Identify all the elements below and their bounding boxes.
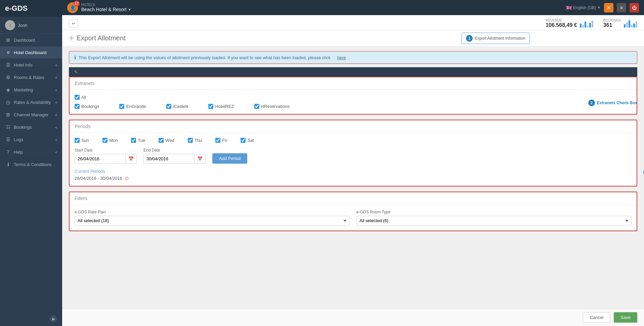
periods-header: Periods xyxy=(70,120,637,133)
extranet-checkbox-hotelrez[interactable] xyxy=(208,104,213,109)
annotation-label-1: Export Allotment Information xyxy=(475,36,525,41)
day-checkbox-mon[interactable] xyxy=(102,138,108,143)
room-type-label: e-GDS Room Type xyxy=(356,210,632,214)
extranets-section: Extranets All Bookings xyxy=(69,77,637,115)
sidebar-item-label: Rates & Availability xyxy=(14,100,51,105)
extranets-header: Extranets xyxy=(70,77,637,90)
alert-text: This Export Allotment will be using the … xyxy=(79,55,331,60)
language-selector[interactable]: 🇬🇧 English (GB) ▼ xyxy=(566,5,601,10)
marketing-icon: ◈ xyxy=(5,87,11,92)
extranets-items-row: Bookings EnGrande iCastelli HotelRE xyxy=(75,104,632,109)
chart-bar xyxy=(587,26,589,28)
chart-bar xyxy=(589,23,591,28)
sidebar-item-rooms-rates[interactable]: ⚙ Rooms & Rates ◀ xyxy=(0,71,62,84)
rate-plan-select[interactable]: All selected (18) xyxy=(75,216,350,226)
bookings-icon: ☷ xyxy=(5,124,11,130)
content-wrapper: ✛ Export Allotment 1 Export Allotment In… xyxy=(62,30,644,309)
dates-row: Start Date 📅 End Date 📅 xyxy=(75,148,632,164)
extranet-label-icastelli: iCastelli xyxy=(173,104,188,109)
sidebar-item-marketing[interactable]: ◈ Marketing ◀ xyxy=(0,84,62,96)
end-date-input[interactable] xyxy=(144,154,194,163)
sidebar-item-help[interactable]: ? Help ◀ xyxy=(0,146,62,158)
extranets-all-group: All xyxy=(75,95,632,100)
add-period-button[interactable]: Add Period xyxy=(212,153,247,164)
period-remove-button[interactable]: ⊙ xyxy=(125,175,129,181)
periods-section: Periods Sun Mon Tue xyxy=(69,120,637,187)
hotel-name[interactable]: Beach Hotel & Resort ▼ xyxy=(81,7,131,12)
day-checkbox-sun[interactable] xyxy=(75,138,80,143)
day-tue: Tue xyxy=(131,138,145,143)
dashboard-icon: ⊞ xyxy=(5,37,11,43)
page-title-row: ✛ Export Allotment xyxy=(62,30,644,46)
day-mon: Mon xyxy=(102,138,118,143)
flag-icon: 🇬🇧 xyxy=(566,5,572,10)
room-type-select[interactable]: All selected (6) xyxy=(356,216,632,226)
sidebar-item-hotel-dashboard[interactable]: ≡ Hotel Dashboard xyxy=(0,46,62,59)
sidebar-item-channel-manager[interactable]: ⊞ Channel Manager ◀ xyxy=(0,109,62,121)
sidebar-item-rates-availability[interactable]: ◷ Rates & Availability ◀ xyxy=(0,96,62,109)
end-date-label: End Date xyxy=(143,148,206,153)
bookings-chart xyxy=(624,19,637,28)
drag-icon: ✛ xyxy=(69,35,74,42)
sidebar-item-bookings[interactable]: ☷ Bookings ◀ xyxy=(0,121,62,133)
day-checkbox-fri[interactable] xyxy=(215,138,220,143)
avatar: J xyxy=(5,20,15,30)
chevron-icon: ◀ xyxy=(54,150,57,154)
channel-icon: ⊞ xyxy=(5,112,11,117)
edit-icon[interactable]: ✎ xyxy=(74,69,78,75)
extranet-item-icastelli: iCastelli xyxy=(166,104,188,109)
terms-icon: ℹ xyxy=(5,162,11,167)
day-checkbox-wed[interactable] xyxy=(159,138,164,143)
lang-chevron-icon: ▼ xyxy=(597,6,601,9)
sidebar-nav: ⊞ Dashboard ≡ Hotel Dashboard ☰ Hotel In… xyxy=(0,34,62,312)
room-type-field: e-GDS Room Type All selected (6) xyxy=(356,210,632,226)
revenue-stat: REVENUE 106.568,49 € xyxy=(546,18,593,28)
day-label-sat: Sat xyxy=(247,138,254,143)
sidebar-item-dashboard[interactable]: ⊞ Dashboard xyxy=(0,34,62,46)
sidebar-item-terms[interactable]: ℹ Terms & Conditions xyxy=(0,158,62,171)
day-label-sun: Sun xyxy=(81,138,89,143)
filters-title: Filters xyxy=(75,196,87,201)
day-checkbox-sat[interactable] xyxy=(241,138,246,143)
bookings-stat: BOOKINGS 361 xyxy=(603,18,637,28)
start-date-calendar-icon[interactable]: 📅 xyxy=(125,154,136,163)
day-checkbox-tue[interactable] xyxy=(131,138,136,143)
hotel-dashboard-icon: ≡ xyxy=(5,50,11,55)
sidebar-item-label: Help xyxy=(14,150,23,155)
sidebar-item-label: Dashboard xyxy=(14,38,35,43)
day-wed: Wed xyxy=(159,138,174,143)
hotel-info-icon: ☰ xyxy=(5,62,11,68)
settings-button[interactable]: ✕ xyxy=(604,3,613,12)
extranet-checkbox-engrande[interactable] xyxy=(119,104,124,109)
extranet-checkbox-hreservations[interactable] xyxy=(254,104,259,109)
periods-body: Sun Mon Tue Wed xyxy=(70,133,637,186)
topbar-right: 🇬🇧 English (GB) ▼ ✕ ≡ ⏻ xyxy=(566,3,639,12)
sidebar-item-label: Bookings xyxy=(14,125,32,130)
sidebar-item-hotel-info[interactable]: ☰ Hotel Info ◀ xyxy=(0,59,62,71)
rates-icon: ◷ xyxy=(5,99,11,105)
sidebar-item-logs[interactable]: ☰ Logs ◀ xyxy=(0,133,62,146)
day-label-thu: Thu xyxy=(195,138,202,143)
day-sat: Sat xyxy=(241,138,254,143)
extranet-checkbox-bookings[interactable] xyxy=(75,104,80,109)
start-date-label: Start Date xyxy=(75,148,137,153)
revenue-label: REVENUE xyxy=(546,18,577,22)
save-button[interactable]: Save xyxy=(614,312,637,323)
period-value: 26/04/2016 - 30/04/2016 xyxy=(75,176,122,181)
stats-header: ↩ REVENUE 106.568,49 € BOOKI xyxy=(62,15,644,30)
notification-badge: 17 xyxy=(74,1,80,7)
extranets-all-label[interactable]: All xyxy=(75,95,86,100)
start-date-input[interactable] xyxy=(75,154,125,163)
filters-header: Filters xyxy=(70,192,637,205)
day-checkbox-thu[interactable] xyxy=(188,138,193,143)
extranets-all-checkbox[interactable] xyxy=(75,95,80,100)
power-button[interactable]: ⏻ xyxy=(630,3,639,12)
menu-button[interactable]: ≡ xyxy=(617,3,626,12)
cancel-button[interactable]: Cancel xyxy=(583,312,610,323)
end-date-calendar-icon[interactable]: 📅 xyxy=(194,154,205,163)
extranet-checkbox-icastelli[interactable] xyxy=(166,104,171,109)
back-button[interactable]: ↩ xyxy=(69,19,78,28)
sidebar-toggle[interactable]: ▶ xyxy=(0,312,62,326)
topbar-left: 👤 17 HOTELS: Beach Hotel & Resort ▼ xyxy=(67,2,131,13)
alert-link[interactable]: here xyxy=(337,55,346,60)
